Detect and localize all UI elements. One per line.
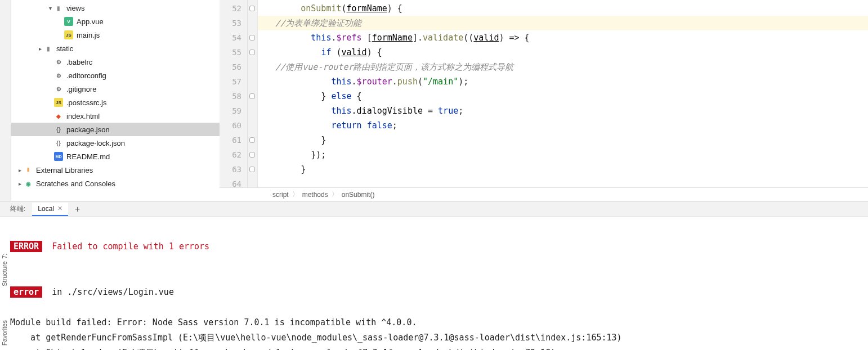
fold-marker[interactable] [248, 74, 257, 89]
fold-marker[interactable] [248, 30, 257, 45]
tree-item-label: External Libraries [36, 166, 93, 174]
tree-item-label: .gitignore [66, 85, 96, 93]
terminal-output[interactable]: ERROR Failed to compile with 1 errors er… [0, 217, 868, 350]
add-terminal-icon[interactable]: + [70, 204, 84, 214]
fold-marker[interactable] [248, 89, 257, 104]
tree-item[interactable]: ◆index.html [11, 109, 220, 123]
code-content[interactable]: onSubmit(formName) { //为表单绑定验证功能 this.$r… [258, 0, 868, 187]
code-line[interactable]: } [258, 162, 868, 177]
line-number[interactable]: 55 [220, 45, 247, 60]
fold-marker[interactable] [248, 60, 257, 74]
editor-area: 52535455565758596061626364 onSubmit(form… [220, 0, 868, 201]
tree-item-label: index.html [66, 112, 100, 120]
tree-item-label: Scratches and Consoles [36, 180, 115, 188]
terminal-tabs: 终端: Local ✕ + [0, 201, 868, 217]
tree-item-label: package.json [66, 125, 110, 134]
code-line[interactable]: this.$router.push("/main"); [258, 74, 868, 89]
line-number[interactable]: 61 [220, 133, 247, 147]
line-number[interactable]: 60 [220, 118, 247, 133]
line-number[interactable]: 63 [220, 162, 247, 177]
tree-item[interactable]: ▸▮static [11, 42, 220, 55]
terminal-label: 终端: [10, 204, 30, 214]
fold-marker[interactable] [248, 177, 257, 187]
line-number[interactable]: 53 [220, 16, 247, 30]
code-line[interactable]: if (valid) { [258, 45, 868, 60]
left-tool-strip: Structure 7: Favorites [0, 0, 11, 201]
tree-item[interactable]: ▸⫴External Libraries [11, 163, 220, 177]
close-icon[interactable]: ✕ [57, 205, 62, 212]
fold-marker[interactable] [248, 133, 257, 147]
line-number[interactable]: 54 [220, 30, 247, 45]
fold-marker[interactable] [248, 45, 257, 60]
tree-item[interactable]: JS.postcssrc.js [11, 96, 220, 109]
tree-item-label: views [66, 4, 85, 12]
tree-item-label: package-lock.json [66, 139, 125, 147]
fold-marker[interactable] [248, 1, 257, 16]
code-line[interactable]: return false; [258, 118, 868, 133]
fold-marker[interactable] [248, 118, 257, 133]
breadcrumb-item[interactable]: script [269, 191, 292, 199]
code-line[interactable]: //使用vue-router路由到指定页面，该方式称之为编程式导航 [258, 60, 868, 74]
line-number[interactable]: 56 [220, 60, 247, 74]
error-badge: ERROR [10, 241, 42, 252]
tree-item[interactable]: ▸◉Scratches and Consoles [11, 177, 220, 190]
tree-item[interactable]: ⚙.gitignore [11, 82, 220, 96]
code-line[interactable]: this.dialogVisible = true; [258, 104, 868, 118]
code-line[interactable]: }); [258, 147, 868, 162]
line-number[interactable]: 64 [220, 177, 247, 187]
chevron-icon[interactable]: ▸ [16, 181, 24, 187]
tree-item[interactable]: MDREADME.md [11, 150, 220, 163]
tree-item[interactable]: ⚙.babelrc [11, 55, 220, 69]
line-number[interactable]: 58 [220, 89, 247, 104]
tree-item[interactable]: {}package.json [11, 123, 220, 136]
line-number[interactable]: 62 [220, 147, 247, 162]
code-line[interactable]: onSubmit(formName) { [258, 1, 868, 16]
breadcrumb[interactable]: script〉methods〉onSubmit() [220, 187, 868, 201]
tree-item[interactable]: VApp.vue [11, 15, 220, 28]
line-number[interactable]: 57 [220, 74, 247, 89]
tree-item[interactable]: ▾▮views [11, 1, 220, 15]
breadcrumb-item[interactable]: onSubmit() [338, 191, 378, 199]
tree-item-label: .postcssrc.js [66, 98, 107, 107]
tree-item-label: .editorconfig [66, 71, 106, 80]
chevron-icon[interactable]: ▸ [36, 46, 44, 52]
line-gutter: 52535455565758596061626364 [220, 0, 248, 187]
tree-item-label: App.vue [77, 17, 104, 26]
line-number[interactable]: 59 [220, 104, 247, 118]
code-line[interactable]: } else { [258, 89, 868, 104]
line-number[interactable]: 52 [220, 1, 247, 16]
project-tree[interactable]: ▾▮viewsVApp.vueJSmain.js▸▮static⚙.babelr… [11, 0, 220, 201]
fold-marker[interactable] [248, 104, 257, 118]
code-line[interactable]: this.$refs [formName].validate((valid) =… [258, 30, 868, 45]
fold-marker[interactable] [248, 16, 257, 30]
tree-item-label: main.js [77, 31, 100, 39]
chevron-right-icon: 〉 [332, 190, 338, 199]
terminal-tab-local[interactable]: Local ✕ [32, 203, 68, 216]
terminal-panel: 终端: Local ✕ + ERROR Failed to compile wi… [0, 201, 868, 350]
code-line[interactable]: } [258, 133, 868, 147]
tree-item[interactable]: {}package-lock.json [11, 136, 220, 150]
tree-item-label: .babelrc [66, 58, 92, 66]
breadcrumb-item[interactable]: methods [299, 191, 332, 199]
code-line[interactable] [258, 177, 868, 187]
error-badge: error [10, 286, 42, 298]
chevron-icon[interactable]: ▾ [46, 5, 54, 11]
chevron-right-icon: 〉 [292, 190, 299, 199]
tree-item-label: README.md [66, 152, 110, 161]
fold-marker[interactable] [248, 162, 257, 177]
code-line[interactable]: //为表单绑定验证功能 [258, 16, 868, 30]
fold-gutter[interactable] [248, 0, 258, 187]
fold-marker[interactable] [248, 147, 257, 162]
chevron-icon[interactable]: ▸ [16, 167, 24, 173]
tree-item[interactable]: JSmain.js [11, 28, 220, 42]
tree-item[interactable]: ⚙.editorconfig [11, 69, 220, 82]
tree-item-label: static [56, 44, 73, 53]
